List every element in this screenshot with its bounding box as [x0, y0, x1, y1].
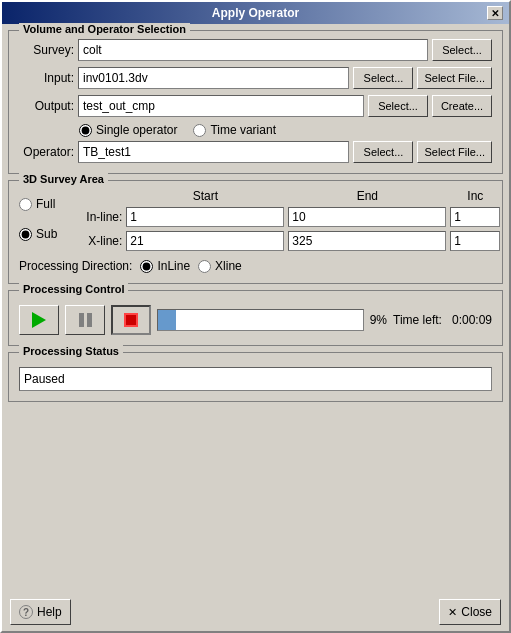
- xline-end-input[interactable]: [288, 231, 446, 251]
- time-left-label: Time left: 0:00:09: [393, 313, 492, 327]
- help-icon: ?: [19, 605, 33, 619]
- close-button[interactable]: ✕ Close: [439, 599, 501, 625]
- xline-dir-radio-item: Xline: [198, 259, 242, 273]
- operator-select-button[interactable]: Select...: [353, 141, 413, 163]
- input-label: Input:: [19, 71, 74, 85]
- full-radio[interactable]: [19, 198, 32, 211]
- operator-file-button[interactable]: Select File...: [417, 141, 492, 163]
- xline-label: X-line:: [67, 234, 122, 248]
- help-button[interactable]: ? Help: [10, 599, 71, 625]
- pause-bar-right: [87, 313, 92, 327]
- close-label: Close: [461, 605, 492, 619]
- window-close-button[interactable]: ✕: [487, 6, 503, 20]
- inline-dir-label: InLine: [157, 259, 190, 273]
- full-radio-item: Full: [19, 197, 57, 211]
- title-bar: Apply Operator ✕: [2, 2, 509, 24]
- progress-bar-container: [157, 309, 364, 331]
- survey-input[interactable]: [78, 39, 428, 61]
- sub-label: Sub: [36, 227, 57, 241]
- output-label: Output:: [19, 99, 74, 113]
- sub-radio-item: Sub: [19, 227, 57, 241]
- xline-start-input[interactable]: [126, 231, 284, 251]
- output-input[interactable]: [78, 95, 364, 117]
- processing-control-group: Processing Control 9% Time left:: [8, 290, 503, 346]
- time-left-value: 0:00:09: [452, 313, 492, 327]
- xline-direction-radio[interactable]: [198, 260, 211, 273]
- content-area: Volume and Operator Selection Survey: Se…: [2, 24, 509, 593]
- sub-grid: Start End Inc In-line: X-line:: [67, 189, 500, 255]
- close-icon: ✕: [448, 606, 457, 619]
- input-select-button[interactable]: Select...: [353, 67, 413, 89]
- play-button[interactable]: [19, 305, 59, 335]
- survey-area-group: 3D Survey Area Full Sub Start: [8, 180, 503, 284]
- inline-inc-input[interactable]: [450, 207, 500, 227]
- output-row: Output: Select... Create...: [19, 95, 492, 117]
- survey-select-button[interactable]: Select...: [432, 39, 492, 61]
- output-select-button[interactable]: Select...: [368, 95, 428, 117]
- processing-control-title: Processing Control: [19, 283, 128, 295]
- inline-end-input[interactable]: [288, 207, 446, 227]
- status-input[interactable]: [19, 367, 492, 391]
- volume-operator-group: Volume and Operator Selection Survey: Se…: [8, 30, 503, 174]
- input-row: Input: Select... Select File...: [19, 67, 492, 89]
- window-title: Apply Operator: [24, 6, 487, 20]
- sub-radio[interactable]: [19, 228, 32, 241]
- processing-status-title: Processing Status: [19, 345, 123, 357]
- processing-status-group: Processing Status: [8, 352, 503, 402]
- survey-label: Survey:: [19, 43, 74, 57]
- survey-row: Survey: Select...: [19, 39, 492, 61]
- single-operator-radio[interactable]: [79, 124, 92, 137]
- time-variant-label: Time variant: [210, 123, 276, 137]
- start-col-header: Start: [126, 189, 284, 203]
- help-label: Help: [37, 605, 62, 619]
- full-sub-row: Full Sub Start End Inc In-lin: [19, 189, 492, 255]
- inline-dir-radio-item: InLine: [140, 259, 190, 273]
- xline-row: X-line:: [67, 231, 500, 251]
- operator-input[interactable]: [78, 141, 349, 163]
- direction-label: Processing Direction:: [19, 259, 132, 273]
- time-variant-radio-item: Time variant: [193, 123, 276, 137]
- bottom-bar: ? Help ✕ Close: [2, 593, 509, 631]
- survey-area-title: 3D Survey Area: [19, 173, 108, 185]
- output-create-button[interactable]: Create...: [432, 95, 492, 117]
- pause-button[interactable]: [65, 305, 105, 335]
- stop-icon: [124, 313, 138, 327]
- input-input[interactable]: [78, 67, 349, 89]
- direction-row: Processing Direction: InLine Xline: [19, 259, 492, 273]
- time-variant-radio[interactable]: [193, 124, 206, 137]
- volume-operator-title: Volume and Operator Selection: [19, 23, 190, 35]
- progress-percent: 9%: [370, 313, 387, 327]
- grid-header: Start End Inc: [67, 189, 500, 203]
- operator-type-row: Single operator Time variant: [19, 123, 492, 137]
- proc-control-row: 9% Time left: 0:00:09: [19, 299, 492, 335]
- single-operator-label: Single operator: [96, 123, 177, 137]
- full-label: Full: [36, 197, 55, 211]
- xline-inc-input[interactable]: [450, 231, 500, 251]
- input-file-button[interactable]: Select File...: [417, 67, 492, 89]
- progress-bar-fill: [158, 310, 176, 330]
- main-window: Apply Operator ✕ Volume and Operator Sel…: [0, 0, 511, 633]
- inc-col-header: Inc: [450, 189, 500, 203]
- inline-direction-radio[interactable]: [140, 260, 153, 273]
- operator-label: Operator:: [19, 145, 74, 159]
- inline-start-input[interactable]: [126, 207, 284, 227]
- pause-bar-left: [79, 313, 84, 327]
- operator-row: Operator: Select... Select File...: [19, 141, 492, 163]
- full-sub-radio-col: Full Sub: [19, 189, 57, 241]
- end-col-header: End: [288, 189, 446, 203]
- play-icon: [32, 312, 46, 328]
- stop-button[interactable]: [111, 305, 151, 335]
- single-operator-radio-item: Single operator: [79, 123, 177, 137]
- xline-dir-label: Xline: [215, 259, 242, 273]
- inline-label: In-line:: [67, 210, 122, 224]
- inline-row: In-line:: [67, 207, 500, 227]
